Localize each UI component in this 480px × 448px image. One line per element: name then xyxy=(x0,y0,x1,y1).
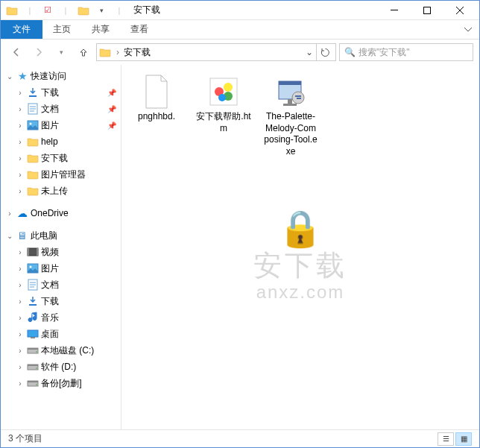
sidebar-item[interactable]: › 文档 xyxy=(1,277,121,293)
svg-point-20 xyxy=(36,367,37,369)
file-item[interactable]: The-Palette-Melody-Composing-Tool.exe xyxy=(262,71,320,160)
up-button[interactable] xyxy=(74,42,93,62)
tab-file[interactable]: 文件 xyxy=(1,20,42,39)
qat-separator: | xyxy=(57,2,74,19)
svg-rect-31 xyxy=(288,99,292,104)
properties-icon[interactable]: ☑ xyxy=(40,2,56,19)
address-input[interactable]: › 安下载 ⌄ xyxy=(96,43,336,61)
svg-point-26 xyxy=(224,83,233,92)
sidebar-item[interactable]: › 未上传 xyxy=(1,183,121,199)
chevron-right-icon[interactable]: › xyxy=(5,209,14,218)
drive-icon xyxy=(26,376,40,390)
sidebar-item[interactable]: › 安下载 xyxy=(1,150,121,166)
sidebar-item[interactable]: › 备份[勿删] xyxy=(1,375,121,391)
svg-rect-22 xyxy=(28,381,38,382)
sidebar-item[interactable]: › 软件 (D:) xyxy=(1,359,121,375)
chevron-right-icon[interactable]: › xyxy=(16,330,25,338)
chevron-right-icon[interactable]: › xyxy=(16,154,25,163)
sidebar-item[interactable]: › 图片 📌 xyxy=(1,117,121,133)
minimize-button[interactable] xyxy=(378,1,411,20)
svg-rect-30 xyxy=(279,81,301,85)
file-item[interactable]: 安下载帮助.htm xyxy=(195,71,253,137)
pictures-icon xyxy=(26,262,40,275)
chevron-right-icon[interactable]: › xyxy=(16,347,25,355)
svg-point-5 xyxy=(30,123,32,125)
sidebar-item[interactable]: › 视频 xyxy=(1,244,121,260)
chevron-down-icon[interactable]: ⌄ xyxy=(5,72,14,81)
svg-rect-35 xyxy=(297,98,301,99)
sidebar-item-label: 备份[勿删] xyxy=(41,377,121,390)
chevron-right-icon[interactable]: › xyxy=(16,105,25,113)
back-button[interactable] xyxy=(7,42,26,62)
music-icon xyxy=(26,311,40,324)
video-icon xyxy=(26,245,40,259)
pin-icon: 📌 xyxy=(107,122,116,130)
svg-rect-7 xyxy=(28,248,29,256)
chevron-right-icon[interactable]: › xyxy=(16,363,25,371)
svg-rect-16 xyxy=(28,348,38,350)
chevron-right-icon[interactable]: › xyxy=(16,248,25,256)
address-dropdown[interactable]: ⌄ xyxy=(303,47,316,57)
refresh-button[interactable] xyxy=(316,44,334,60)
recent-dropdown[interactable]: ▾ xyxy=(51,42,71,62)
chevron-down-icon[interactable]: ⌄ xyxy=(5,232,14,240)
sidebar-item[interactable]: › 下载 xyxy=(1,293,121,309)
addressbar: ▾ › 安下载 ⌄ 🔍 搜索"安下载" xyxy=(1,40,479,65)
ribbon-expand-button[interactable] xyxy=(457,20,479,39)
search-input[interactable]: 🔍 搜索"安下载" xyxy=(339,43,473,61)
window-controls xyxy=(378,1,476,20)
star-icon: ★ xyxy=(16,69,29,83)
file-label: 安下载帮助.htm xyxy=(196,111,251,134)
sidebar-item-label: 安下载 xyxy=(41,152,121,165)
file-list-area[interactable]: pnghhbd. 安下载帮助.htm The-Palette-Melody-Co… xyxy=(121,65,479,429)
sidebar-item[interactable]: › 图片 xyxy=(1,260,121,277)
sidebar-item[interactable]: › 下载 📌 xyxy=(1,84,121,101)
svg-rect-6 xyxy=(28,248,38,256)
chevron-right-icon[interactable]: › xyxy=(16,297,25,306)
sidebar-item-label: 桌面 xyxy=(41,328,121,341)
chevron-right-icon[interactable]: › xyxy=(16,265,25,273)
tab-home[interactable]: 主页 xyxy=(42,20,81,39)
window-title: 安下载 xyxy=(133,4,160,16)
file-item[interactable]: pnghhbd. xyxy=(127,71,186,126)
qat-separator: | xyxy=(111,2,127,19)
sidebar-item[interactable]: › 文档 📌 xyxy=(1,101,121,117)
chevron-right-icon[interactable]: › xyxy=(16,281,25,289)
close-button[interactable] xyxy=(443,1,476,20)
tab-view[interactable]: 查看 xyxy=(120,20,159,39)
file-icon xyxy=(206,74,241,110)
view-icons-button[interactable]: ▦ xyxy=(455,432,472,446)
sidebar-item-label: 软件 (D:) xyxy=(41,361,121,373)
sidebar-quickaccess[interactable]: ⌄ ★ 快速访问 xyxy=(1,68,121,84)
forward-button[interactable] xyxy=(29,42,48,62)
sidebar-onedrive[interactable]: › ☁ OneDrive xyxy=(1,205,121,221)
sidebar-item[interactable]: › 桌面 xyxy=(1,326,121,342)
qat-dropdown[interactable]: ▾ xyxy=(93,2,110,19)
chevron-right-icon[interactable]: › xyxy=(16,171,25,179)
chevron-right-icon[interactable]: › xyxy=(16,379,25,388)
chevron-right-icon[interactable]: › xyxy=(16,138,25,146)
chevron-right-icon[interactable]: › xyxy=(16,187,25,195)
search-placeholder: 搜索"安下载" xyxy=(359,46,410,59)
sidebar-item[interactable]: › help xyxy=(1,133,121,150)
maximize-button[interactable] xyxy=(411,1,443,20)
view-details-button[interactable]: ☰ xyxy=(438,432,454,446)
document-icon xyxy=(26,278,40,291)
sidebar-thispc[interactable]: ⌄ 🖥 此电脑 xyxy=(1,227,121,244)
sidebar-item[interactable]: › 本地磁盘 (C:) xyxy=(1,342,121,359)
svg-rect-14 xyxy=(31,337,35,338)
svg-rect-19 xyxy=(28,365,38,366)
quick-access-toolbar: | ☑ | ▾ | xyxy=(4,2,127,19)
sidebar-item[interactable]: › 音乐 xyxy=(1,309,121,326)
breadcrumb-sep[interactable]: › xyxy=(115,47,121,57)
tab-share[interactable]: 共享 xyxy=(81,20,120,39)
navigation-pane[interactable]: ⌄ ★ 快速访问 › 下载 📌› 文档 📌› 图片 📌› help › 安下载 … xyxy=(1,65,121,429)
breadcrumb-segment[interactable]: 安下载 xyxy=(121,44,154,60)
folder-icon xyxy=(75,2,92,19)
sidebar-item-label: 文档 xyxy=(41,103,106,116)
chevron-right-icon[interactable]: › xyxy=(16,122,25,130)
sidebar-item[interactable]: › 图片管理器 xyxy=(1,166,121,183)
svg-point-10 xyxy=(30,266,32,268)
chevron-right-icon[interactable]: › xyxy=(16,89,25,97)
chevron-right-icon[interactable]: › xyxy=(16,314,25,322)
